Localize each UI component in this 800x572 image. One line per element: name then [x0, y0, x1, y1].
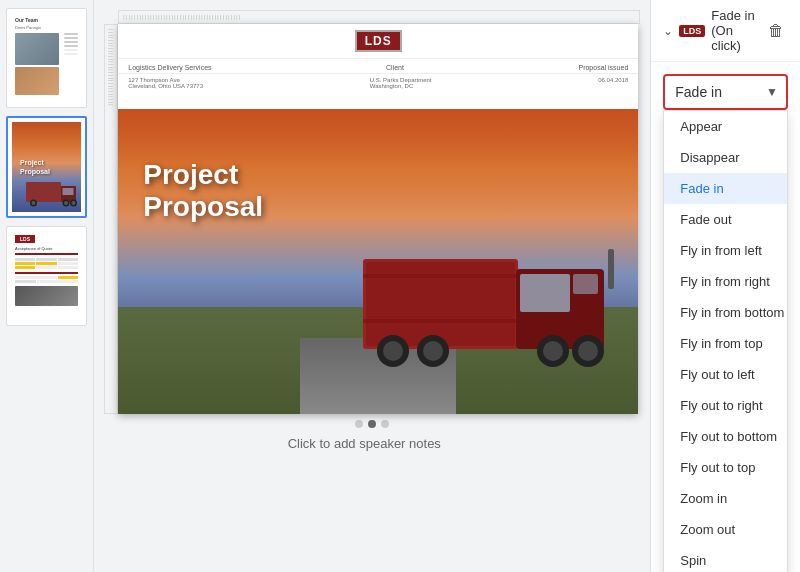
right-panel: ⌄ LDS Fade in (On click) 🗑 Appear Disapp…: [650, 0, 800, 572]
menu-item-fade-in[interactable]: Fade in: [664, 173, 787, 204]
menu-item-fly-in-left[interactable]: Fly in from left: [664, 235, 787, 266]
truck-svg: [358, 204, 618, 384]
speaker-notes[interactable]: Click to add speaker notes: [104, 428, 624, 459]
animation-dropdown-menu: Appear Disappear Fade in Fade out Fly in…: [663, 110, 788, 572]
thumb1-header: Our Team Denis Panagio: [15, 17, 78, 30]
ruler-v-ticks: | | | | | | | | | | | | | | | | | | | | …: [108, 29, 114, 106]
thumb1-line-3: [64, 41, 78, 43]
animation-chevron-icon[interactable]: ⌄: [663, 24, 673, 38]
slide-thumb-3[interactable]: LDS Acceptance of Quote: [6, 226, 87, 326]
slide-top-header: LDS: [118, 24, 638, 59]
slide-client-dept: U.S. Parks DepartmentWashington, DC: [370, 77, 432, 89]
menu-item-fly-out-top[interactable]: Fly out to top: [664, 452, 787, 483]
svg-point-23: [578, 341, 598, 361]
slide-thumb-2-inner: ProjectProposal: [12, 122, 81, 212]
slide-thumb-1[interactable]: Our Team Denis Panagio: [6, 8, 87, 108]
animation-controls: Appear Disappear Fade in Fade out Fly in…: [651, 62, 800, 122]
animation-title: Fade in (On click): [711, 8, 758, 53]
slide-with-ruler: | | | | | | | | | | | | | | | | | | | | …: [104, 24, 638, 414]
page-dot-2: [368, 420, 376, 428]
svg-point-4: [32, 201, 36, 205]
main-slide: LDS Logistics Delivery Services Client P…: [118, 24, 638, 414]
page-dot-1: [355, 420, 363, 428]
menu-item-fly-out-bottom[interactable]: Fly out to bottom: [664, 421, 787, 452]
menu-item-fly-out-left[interactable]: Fly out to left: [664, 359, 787, 390]
menu-item-fly-in-right[interactable]: Fly in from right: [664, 266, 787, 297]
svg-rect-11: [363, 274, 518, 278]
thumb1-line-1: [64, 33, 78, 35]
svg-rect-24: [608, 249, 614, 289]
slide-thumbnails-sidebar: Our Team Denis Panagio: [0, 0, 94, 572]
ruler-horizontal: | | | | | | | | | | | | | | | | | | | | …: [118, 10, 640, 24]
thumb1-name: Denis Panagio: [15, 25, 78, 30]
menu-item-fade-out[interactable]: Fade out: [664, 204, 787, 235]
thumb1-line-4: [64, 45, 78, 47]
slide-thumb-1-inner: Our Team Denis Panagio: [11, 13, 82, 103]
ruler-h-container: | | | | | | | | | | | | | | | | | | | | …: [118, 10, 640, 24]
svg-rect-12: [363, 319, 518, 323]
thumb1-line-5: [64, 49, 78, 51]
menu-item-fly-in-bottom[interactable]: Fly in from bottom: [664, 297, 787, 328]
proposal-title: Project Proposal: [143, 159, 263, 223]
lds-logo: LDS: [355, 30, 402, 52]
menu-item-fly-in-top[interactable]: Fly in from top: [664, 328, 787, 359]
slide-info-row: Logistics Delivery Services Client Propo…: [118, 62, 638, 74]
page-indicators: [104, 420, 640, 428]
ruler-vertical: | | | | | | | | | | | | | | | | | | | | …: [104, 24, 118, 414]
animation-header: ⌄ LDS Fade in (On click) 🗑: [651, 0, 800, 62]
slide-date: 06.04.2018: [598, 77, 628, 89]
thumb1-line-6: [64, 53, 78, 55]
slide-proposal-label: Proposal issued: [578, 64, 628, 71]
svg-rect-0: [26, 182, 61, 202]
slide-address: 127 Thompson AveCleveland, Ohio USA 7377…: [128, 77, 203, 89]
thumb3-bottom-img: [15, 286, 78, 306]
slide-address-row: 127 Thompson AveCleveland, Ohio USA 7377…: [118, 76, 638, 90]
svg-point-8: [72, 201, 76, 205]
proposal-title-overlay: Project Proposal: [143, 159, 263, 223]
svg-point-17: [383, 341, 403, 361]
slide-company-name: Logistics Delivery Services: [128, 64, 211, 71]
menu-item-spin[interactable]: Spin: [664, 545, 787, 572]
svg-point-6: [64, 201, 68, 205]
thumb1-title: Our Team: [15, 17, 78, 23]
animation-type-select[interactable]: Appear Disappear Fade in Fade out Fly in…: [663, 74, 788, 110]
svg-rect-2: [63, 188, 74, 195]
slide-thumb-3-inner: LDS Acceptance of Quote: [11, 231, 82, 321]
svg-rect-15: [573, 274, 598, 294]
menu-item-zoom-in[interactable]: Zoom in: [664, 483, 787, 514]
canvas-area: | | | | | | | | | | | | | | | | | | | | …: [94, 0, 650, 572]
menu-item-disappear[interactable]: Disappear: [664, 142, 787, 173]
page-dot-3: [381, 420, 389, 428]
ruler-h-ticks: | | | | | | | | | | | | | | | | | | | | …: [119, 14, 240, 20]
thumb3-table: [15, 258, 78, 283]
animation-dropdown-container: Appear Disappear Fade in Fade out Fly in…: [663, 74, 788, 110]
thumb1-line-2: [64, 37, 78, 39]
animation-delete-button[interactable]: 🗑: [764, 20, 788, 42]
thumb1-img-top: [15, 33, 59, 65]
animation-lds-badge: LDS: [679, 25, 705, 37]
slide-proposal-bg: Project Proposal: [118, 109, 638, 414]
thumb2-bg: ProjectProposal: [12, 122, 81, 212]
thumb1-img-bottom: [15, 67, 59, 95]
thumb3-logo: LDS: [15, 235, 35, 243]
svg-rect-14: [520, 274, 570, 312]
slide-thumb-2[interactable]: ProjectProposal: [6, 116, 87, 218]
thumb1-text-area: [62, 33, 78, 95]
menu-item-appear[interactable]: Appear: [664, 111, 787, 142]
svg-point-19: [423, 341, 443, 361]
svg-point-21: [543, 341, 563, 361]
thumb2-text: ProjectProposal: [20, 158, 50, 176]
slide-client-label: Client: [386, 64, 404, 71]
menu-item-fly-out-right[interactable]: Fly out to right: [664, 390, 787, 421]
thumb3-title: Acceptance of Quote: [15, 246, 78, 251]
main-area: Our Team Denis Panagio: [0, 0, 800, 572]
thumb3-red-line: [15, 253, 78, 255]
menu-item-zoom-out[interactable]: Zoom out: [664, 514, 787, 545]
